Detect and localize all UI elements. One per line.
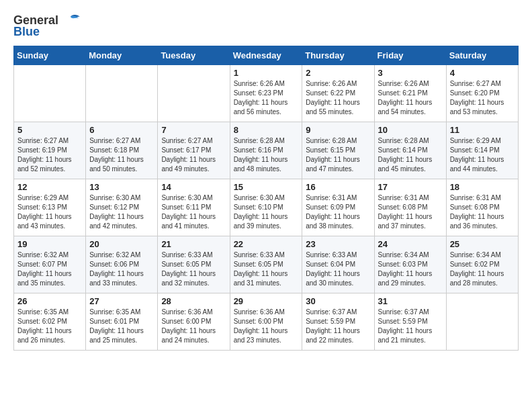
header: General Blue — [13, 13, 519, 39]
weekday-header-sunday: Sunday — [14, 46, 86, 65]
calendar-cell: 14Sunrise: 6:30 AM Sunset: 6:11 PM Dayli… — [158, 179, 230, 236]
weekday-header-saturday: Saturday — [446, 46, 518, 65]
calendar-cell: 6Sunrise: 6:27 AM Sunset: 6:18 PM Daylig… — [86, 122, 158, 179]
calendar-cell: 15Sunrise: 6:30 AM Sunset: 6:10 PM Dayli… — [230, 179, 302, 236]
calendar-cell: 9Sunrise: 6:28 AM Sunset: 6:15 PM Daylig… — [302, 122, 374, 179]
day-info: Sunrise: 6:26 AM Sunset: 6:21 PM Dayligh… — [378, 79, 443, 117]
day-number: 24 — [378, 239, 443, 249]
calendar-cell: 27Sunrise: 6:35 AM Sunset: 6:01 PM Dayli… — [86, 293, 158, 351]
calendar-cell: 13Sunrise: 6:30 AM Sunset: 6:12 PM Dayli… — [86, 179, 158, 236]
day-number: 3 — [378, 68, 443, 78]
weekday-header-wednesday: Wednesday — [230, 46, 302, 65]
day-info: Sunrise: 6:33 AM Sunset: 6:05 PM Dayligh… — [161, 250, 226, 288]
calendar-cell: 17Sunrise: 6:31 AM Sunset: 6:08 PM Dayli… — [374, 179, 446, 236]
day-number: 30 — [306, 296, 370, 306]
day-number: 25 — [450, 239, 515, 249]
day-number: 26 — [17, 296, 82, 306]
calendar-cell: 12Sunrise: 6:29 AM Sunset: 6:13 PM Dayli… — [14, 179, 86, 236]
calendar-cell: 28Sunrise: 6:36 AM Sunset: 6:00 PM Dayli… — [158, 293, 230, 351]
calendar-cell: 2Sunrise: 6:26 AM Sunset: 6:22 PM Daylig… — [302, 65, 374, 122]
day-number: 20 — [89, 239, 154, 249]
week-row-5: 26Sunrise: 6:35 AM Sunset: 6:02 PM Dayli… — [14, 293, 519, 351]
day-number: 11 — [450, 125, 515, 135]
calendar-cell: 1Sunrise: 6:26 AM Sunset: 6:23 PM Daylig… — [230, 65, 302, 122]
day-info: Sunrise: 6:34 AM Sunset: 6:03 PM Dayligh… — [378, 250, 443, 288]
day-info: Sunrise: 6:26 AM Sunset: 6:23 PM Dayligh… — [234, 79, 299, 117]
day-number: 12 — [17, 182, 82, 192]
calendar-cell — [446, 293, 518, 351]
day-number: 5 — [17, 125, 82, 135]
day-info: Sunrise: 6:30 AM Sunset: 6:10 PM Dayligh… — [234, 193, 299, 231]
calendar-cell: 30Sunrise: 6:37 AM Sunset: 5:59 PM Dayli… — [302, 293, 374, 351]
weekday-header-tuesday: Tuesday — [158, 46, 230, 65]
calendar-cell: 29Sunrise: 6:36 AM Sunset: 6:00 PM Dayli… — [230, 293, 302, 351]
week-row-1: 1Sunrise: 6:26 AM Sunset: 6:23 PM Daylig… — [14, 65, 519, 122]
day-number: 8 — [234, 125, 299, 135]
day-info: Sunrise: 6:33 AM Sunset: 6:04 PM Dayligh… — [306, 250, 370, 288]
day-number: 28 — [161, 296, 226, 306]
day-number: 1 — [234, 68, 299, 78]
day-info: Sunrise: 6:29 AM Sunset: 6:13 PM Dayligh… — [17, 193, 82, 231]
calendar-cell: 21Sunrise: 6:33 AM Sunset: 6:05 PM Dayli… — [158, 236, 230, 293]
day-info: Sunrise: 6:27 AM Sunset: 6:18 PM Dayligh… — [89, 136, 154, 174]
weekday-header-monday: Monday — [86, 46, 158, 65]
weekday-header-friday: Friday — [374, 46, 446, 65]
calendar-cell: 31Sunrise: 6:37 AM Sunset: 5:59 PM Dayli… — [374, 293, 446, 351]
day-info: Sunrise: 6:30 AM Sunset: 6:12 PM Dayligh… — [89, 193, 154, 231]
day-info: Sunrise: 6:27 AM Sunset: 6:20 PM Dayligh… — [450, 79, 515, 117]
day-number: 7 — [161, 125, 226, 135]
day-info: Sunrise: 6:27 AM Sunset: 6:17 PM Dayligh… — [161, 136, 226, 174]
day-info: Sunrise: 6:34 AM Sunset: 6:02 PM Dayligh… — [450, 250, 515, 288]
calendar-cell — [14, 65, 86, 122]
day-info: Sunrise: 6:28 AM Sunset: 6:15 PM Dayligh… — [306, 136, 370, 174]
day-number: 21 — [161, 239, 226, 249]
day-info: Sunrise: 6:37 AM Sunset: 5:59 PM Dayligh… — [378, 308, 443, 345]
day-number: 4 — [450, 68, 515, 78]
week-row-3: 12Sunrise: 6:29 AM Sunset: 6:13 PM Dayli… — [14, 179, 519, 236]
day-number: 23 — [306, 239, 370, 249]
calendar-cell: 19Sunrise: 6:32 AM Sunset: 6:07 PM Dayli… — [14, 236, 86, 293]
logo-blue-text: Blue — [13, 25, 40, 39]
day-number: 10 — [378, 125, 443, 135]
calendar-cell: 22Sunrise: 6:33 AM Sunset: 6:05 PM Dayli… — [230, 236, 302, 293]
calendar-cell: 20Sunrise: 6:32 AM Sunset: 6:06 PM Dayli… — [86, 236, 158, 293]
calendar-cell: 10Sunrise: 6:28 AM Sunset: 6:14 PM Dayli… — [374, 122, 446, 179]
day-number: 22 — [234, 239, 299, 249]
calendar-cell: 7Sunrise: 6:27 AM Sunset: 6:17 PM Daylig… — [158, 122, 230, 179]
day-info: Sunrise: 6:31 AM Sunset: 6:08 PM Dayligh… — [378, 193, 443, 231]
day-number: 14 — [161, 182, 226, 192]
day-number: 31 — [378, 296, 443, 306]
day-number: 13 — [89, 182, 154, 192]
day-info: Sunrise: 6:37 AM Sunset: 5:59 PM Dayligh… — [306, 308, 370, 345]
day-info: Sunrise: 6:31 AM Sunset: 6:09 PM Dayligh… — [306, 193, 370, 231]
week-row-4: 19Sunrise: 6:32 AM Sunset: 6:07 PM Dayli… — [14, 236, 519, 293]
day-info: Sunrise: 6:29 AM Sunset: 6:14 PM Dayligh… — [450, 136, 515, 174]
calendar-cell: 26Sunrise: 6:35 AM Sunset: 6:02 PM Dayli… — [14, 293, 86, 351]
calendar-cell: 4Sunrise: 6:27 AM Sunset: 6:20 PM Daylig… — [446, 65, 518, 122]
calendar-cell: 18Sunrise: 6:31 AM Sunset: 6:08 PM Dayli… — [446, 179, 518, 236]
day-info: Sunrise: 6:33 AM Sunset: 6:05 PM Dayligh… — [234, 250, 299, 288]
calendar-cell — [86, 65, 158, 122]
calendar-cell: 25Sunrise: 6:34 AM Sunset: 6:02 PM Dayli… — [446, 236, 518, 293]
calendar-cell: 3Sunrise: 6:26 AM Sunset: 6:21 PM Daylig… — [374, 65, 446, 122]
day-info: Sunrise: 6:32 AM Sunset: 6:07 PM Dayligh… — [17, 250, 82, 288]
day-number: 2 — [306, 68, 370, 78]
day-info: Sunrise: 6:26 AM Sunset: 6:22 PM Dayligh… — [306, 79, 370, 117]
day-info: Sunrise: 6:36 AM Sunset: 6:00 PM Dayligh… — [161, 308, 226, 345]
weekday-header-row: SundayMondayTuesdayWednesdayThursdayFrid… — [14, 46, 519, 65]
day-number: 9 — [306, 125, 370, 135]
day-number: 6 — [89, 125, 154, 135]
logo-bird-icon — [61, 14, 80, 28]
day-info: Sunrise: 6:36 AM Sunset: 6:00 PM Dayligh… — [234, 308, 299, 345]
day-info: Sunrise: 6:31 AM Sunset: 6:08 PM Dayligh… — [450, 193, 515, 231]
calendar-cell: 5Sunrise: 6:27 AM Sunset: 6:19 PM Daylig… — [14, 122, 86, 179]
day-number: 15 — [234, 182, 299, 192]
day-info: Sunrise: 6:28 AM Sunset: 6:16 PM Dayligh… — [234, 136, 299, 174]
day-number: 17 — [378, 182, 443, 192]
day-info: Sunrise: 6:27 AM Sunset: 6:19 PM Dayligh… — [17, 136, 82, 174]
day-number: 16 — [306, 182, 370, 192]
day-info: Sunrise: 6:30 AM Sunset: 6:11 PM Dayligh… — [161, 193, 226, 231]
day-info: Sunrise: 6:32 AM Sunset: 6:06 PM Dayligh… — [89, 250, 154, 288]
day-info: Sunrise: 6:35 AM Sunset: 6:02 PM Dayligh… — [17, 308, 82, 345]
calendar-cell: 16Sunrise: 6:31 AM Sunset: 6:09 PM Dayli… — [302, 179, 374, 236]
